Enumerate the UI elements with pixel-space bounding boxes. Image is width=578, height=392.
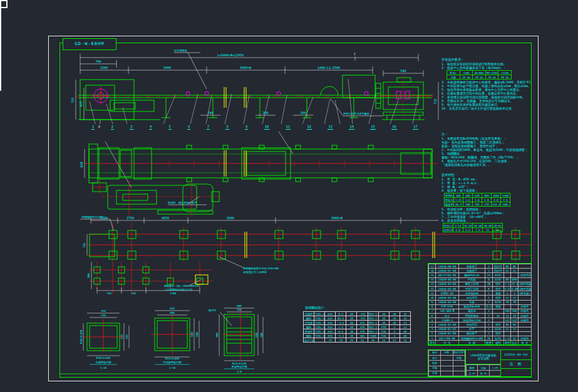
cell: T20L-4	[314, 316, 325, 321]
cell: 减速器	[459, 309, 485, 313]
install-notes-pre: 1. 输送机安装前应对基础进行检查验收合格。2. 机架中心直线度偏差按下表（每1…	[441, 62, 530, 70]
cell: 材料	[493, 341, 504, 345]
cell: 审核	[429, 366, 441, 371]
cell: 4	[389, 325, 400, 329]
cell	[519, 327, 532, 331]
cell: T20L-4	[314, 312, 325, 316]
cell: 46.9	[454, 202, 463, 207]
bom-header-row: 序号代 号名 称数量材料单件总计备 注	[429, 341, 532, 345]
cell: GB/T799-88	[436, 336, 459, 341]
drawing-number: LD650-00-00	[501, 350, 531, 360]
cell: 45	[511, 269, 519, 273]
cell: P20	[378, 334, 389, 338]
cell: DTⅡ-97型	[436, 304, 459, 309]
cell	[511, 331, 519, 336]
cell: 15	[429, 273, 436, 277]
cell: 35	[400, 312, 410, 316]
cell: 40	[389, 321, 400, 325]
cell: 9	[245, 125, 248, 130]
cell: LD650-02-06	[436, 300, 459, 304]
cell: 驱动装置	[459, 331, 485, 336]
cell: 600	[501, 202, 510, 207]
cell: 14	[349, 125, 354, 130]
cell	[504, 304, 511, 309]
cell	[511, 304, 519, 309]
cell: 4	[429, 322, 436, 327]
cell: 护罩	[459, 327, 485, 331]
bom-table: 17LD650-08-00尾架装置1组焊件8686 16LD650-07-00拉…	[428, 263, 532, 346]
cell: 23	[400, 325, 410, 329]
cell: 4	[389, 329, 400, 334]
cell: 78	[511, 300, 519, 304]
cell	[519, 269, 532, 273]
cell: 24	[400, 338, 410, 343]
cell: 校对	[429, 361, 441, 366]
cell: 合计(全机)	[304, 338, 314, 343]
cell: 机长L(m)	[443, 224, 453, 228]
cell: 5	[429, 318, 436, 322]
title-block-signatures: 标记处数更改文件号 设计日期 校对 审核 批准	[428, 350, 465, 376]
cell	[441, 361, 453, 366]
cell: 35	[400, 316, 410, 321]
cell: 40~65	[493, 224, 503, 228]
capacity-table: 带宽B(mm)40050065080010001200 带速(m/s)1.251…	[444, 193, 510, 207]
cell: 1	[485, 296, 493, 300]
cell: 1.6	[504, 336, 511, 341]
cell: 6	[187, 125, 190, 130]
cell	[441, 371, 453, 376]
cell: -4.5	[336, 321, 346, 325]
cell: 2.5	[501, 198, 510, 202]
cell: T20L-4	[314, 329, 325, 334]
cell: 16	[391, 125, 397, 130]
cell: 40	[389, 312, 400, 316]
cell: 29	[346, 338, 357, 343]
cell: LD650-01-00	[436, 331, 459, 336]
cell: 4.0	[453, 228, 463, 232]
tech-spec-pre: 1. 带 宽：B＝650 mm；2. 带 速：v＝1.6 m/s；3. 倾 角：…	[441, 177, 530, 192]
cell: 80~120m	[485, 71, 498, 75]
cell: 40	[389, 316, 400, 321]
cell: 40~80m	[473, 71, 486, 75]
cad-app-canvas: GD-W-60HM	[0, 0, 578, 392]
cell: 48	[346, 312, 357, 316]
cell: 日期	[453, 356, 465, 361]
cell: 中间架	[459, 277, 485, 282]
cell: 组焊件	[493, 269, 504, 273]
cell: T20L-4	[314, 334, 325, 338]
power-table: 机长L(m)7~1414~2020~3030~4040~65 功率(kW)4.0…	[443, 223, 503, 232]
cell: 635	[325, 316, 336, 321]
cell: 370	[357, 325, 368, 329]
cell: 重量	[467, 365, 478, 371]
cell	[441, 366, 453, 371]
cell: 48	[346, 316, 357, 321]
cell: 278	[482, 202, 492, 207]
cell: 设计	[429, 356, 441, 361]
cell	[453, 371, 465, 376]
title-block-scale: 重量比例1:25 共 张第 张	[466, 364, 501, 376]
cell	[493, 309, 504, 313]
cell: Q235	[493, 277, 504, 282]
cell: 名 称	[459, 341, 485, 345]
cell: >120m	[498, 71, 512, 75]
cell: 52	[511, 296, 519, 300]
cell: GB/T5782-86	[436, 273, 459, 277]
cell: <40m	[460, 71, 473, 75]
cell: 79	[336, 338, 346, 343]
cell: 外购件	[519, 309, 532, 313]
cell: 5	[168, 125, 172, 130]
cell: 代 号	[436, 341, 459, 345]
cell: 434.4	[492, 202, 501, 207]
cell: 17	[429, 264, 436, 269]
cell: 48	[346, 321, 357, 325]
bolt-stats-table: 头架部T20L-46358.548-375M24-1404035 螺栓T20L-…	[303, 311, 411, 343]
cell: 3	[429, 327, 436, 331]
window-corner	[0, 0, 8, 8]
cell: 96	[504, 322, 511, 327]
cell: 4. 输送量：按下表选取；	[441, 188, 530, 192]
cell: 1.6	[473, 198, 482, 202]
cell: 地脚螺栓M24×500	[459, 336, 485, 341]
cell: 6.8N	[511, 286, 519, 291]
cell: 2.0	[492, 198, 501, 202]
cell	[511, 273, 519, 277]
cell: 635	[325, 325, 336, 329]
